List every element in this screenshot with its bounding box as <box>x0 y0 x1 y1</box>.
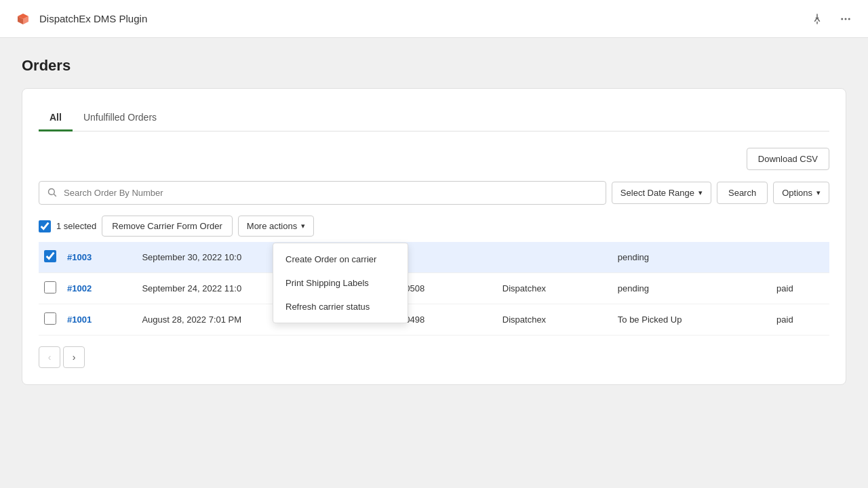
pin-button[interactable] <box>808 10 826 28</box>
next-page-button[interactable]: › <box>63 346 85 368</box>
svg-point-2 <box>848 18 850 20</box>
order-carrier <box>497 242 612 273</box>
row-checkbox[interactable] <box>44 250 56 262</box>
dropdown-item-print-labels[interactable]: Print Shipping Labels <box>273 271 408 295</box>
table-row: #1001 August 28, 2022 7:01 PM 2012290498… <box>39 304 829 336</box>
search-icon <box>47 187 57 199</box>
dropdown-item-create-order[interactable]: Create Order on carrier <box>273 247 408 271</box>
action-bar: 1 selected Remove Carrier Form Order Mor… <box>39 216 829 237</box>
order-number: #1003 <box>67 252 92 262</box>
top-bar-left: DispatchEx DMS Plugin <box>14 9 147 28</box>
order-fulfillment-status: pending <box>612 242 771 273</box>
order-carrier: Dispatchex <box>497 304 612 336</box>
more-actions-dropdown: Create Order on carrier Print Shipping L… <box>273 243 408 323</box>
tab-all[interactable]: All <box>39 105 73 131</box>
prev-page-button[interactable]: ‹ <box>39 346 60 368</box>
chevron-down-icon: ▾ <box>301 222 305 230</box>
selected-count: 1 selected <box>56 221 96 231</box>
options-button[interactable]: Options ▾ <box>773 182 829 204</box>
pagination: ‹ › <box>39 346 829 368</box>
orders-table: #1003 September 30, 2022 10:0 pending #1… <box>39 242 829 336</box>
table-row: #1002 September 24, 2022 11:0 2012290508… <box>39 273 829 304</box>
svg-point-0 <box>841 18 843 20</box>
orders-card: All Unfulfilled Orders Download CSV Sele… <box>22 88 846 385</box>
chevron-right-icon: › <box>73 352 76 363</box>
page-title: Orders <box>22 57 846 75</box>
search-input-wrap <box>39 181 606 205</box>
tabs: All Unfulfilled Orders <box>39 105 829 131</box>
select-all-checkbox[interactable] <box>39 220 51 232</box>
plugin-icon <box>14 9 33 28</box>
order-number: #1001 <box>67 314 92 325</box>
row-checkbox[interactable] <box>44 281 56 293</box>
order-fulfillment-status: To be Picked Up <box>612 304 771 336</box>
table-row: #1003 September 30, 2022 10:0 pending <box>39 242 829 273</box>
order-carrier: Dispatchex <box>497 273 612 304</box>
toolbar-row: Download CSV <box>39 148 829 170</box>
order-fulfillment-status: pending <box>612 273 771 304</box>
search-input[interactable] <box>39 181 606 205</box>
select-date-range-button[interactable]: Select Date Range ▾ <box>612 182 711 204</box>
more-actions-button[interactable]: More actions ▾ <box>238 216 314 237</box>
remove-carrier-button[interactable]: Remove Carrier Form Order <box>102 216 233 237</box>
chevron-down-icon: ▾ <box>816 188 821 197</box>
row-checkbox[interactable] <box>44 312 56 325</box>
top-bar: DispatchEx DMS Plugin <box>0 0 868 38</box>
order-payment-status: paid <box>771 304 829 336</box>
more-options-button[interactable] <box>837 10 854 28</box>
download-csv-button[interactable]: Download CSV <box>747 148 829 170</box>
top-bar-right <box>808 10 854 28</box>
tab-unfulfilled[interactable]: Unfulfilled Orders <box>73 105 167 131</box>
chevron-left-icon: ‹ <box>48 352 52 363</box>
chevron-down-icon: ▾ <box>698 188 703 197</box>
svg-point-3 <box>49 188 55 195</box>
order-payment-status: paid <box>771 273 829 304</box>
svg-point-1 <box>845 18 847 20</box>
main-content: Orders All Unfulfilled Orders Download C… <box>0 38 868 404</box>
plugin-title: DispatchEx DMS Plugin <box>39 13 147 24</box>
order-number: #1002 <box>67 283 92 293</box>
search-row: Select Date Range ▾ Search Options ▾ <box>39 181 829 205</box>
order-payment-status <box>771 242 829 273</box>
dropdown-item-refresh-status[interactable]: Refresh carrier status <box>273 295 408 319</box>
svg-line-4 <box>54 194 56 196</box>
search-button[interactable]: Search <box>717 182 768 204</box>
